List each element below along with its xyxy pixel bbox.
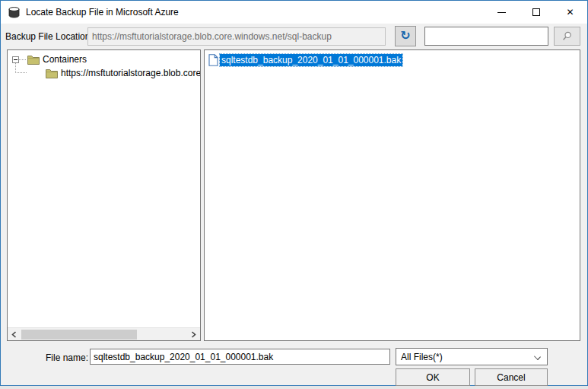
- screen: Locate Backup File in Microsoft Azure ✕ …: [0, 0, 588, 389]
- window-controls: ✕: [485, 1, 587, 24]
- collapse-icon[interactable]: [12, 56, 19, 63]
- minimize-button[interactable]: [485, 1, 519, 24]
- dialog-window: Locate Backup File in Microsoft Azure ✕ …: [0, 0, 588, 386]
- tree-node-label: https://msftutorialstorage.blob.core.win…: [61, 68, 201, 78]
- tree-node-label: Containers: [43, 54, 87, 65]
- location-toolbar: Backup File Location ↻: [1, 24, 587, 49]
- maximize-button[interactable]: [519, 1, 553, 24]
- chevron-right-icon: [191, 331, 196, 338]
- chevron-left-icon: [11, 331, 17, 338]
- folder-icon: [27, 55, 40, 65]
- search-input[interactable]: [424, 27, 548, 46]
- cancel-button[interactable]: Cancel: [475, 368, 548, 386]
- tree-node-storage-url[interactable]: https://msftutorialstorage.blob.core.win…: [44, 68, 201, 78]
- file-list-item[interactable]: sqltestdb_backup_2020_01_01_000001.bak: [208, 54, 402, 66]
- tree-dots: [19, 59, 26, 60]
- scroll-right-button[interactable]: [187, 328, 200, 341]
- scroll-left-button[interactable]: [8, 328, 21, 341]
- database-icon: [8, 6, 21, 19]
- file-type-value: All Files(*): [401, 352, 443, 362]
- maximize-icon: [532, 8, 540, 16]
- scrollbar-thumb[interactable]: [21, 330, 137, 340]
- background-window-strip: [0, 386, 588, 389]
- ok-button[interactable]: OK: [396, 368, 470, 386]
- minimize-icon: [497, 12, 506, 13]
- containers-tree-panel: Containers https://msftutorialstorage.bl…: [7, 49, 201, 341]
- folder-icon: [46, 69, 58, 78]
- refresh-icon: ↻: [400, 30, 410, 42]
- file-list-panel: sqltestdb_backup_2020_01_01_000001.bak: [204, 49, 580, 341]
- backup-location-field[interactable]: [87, 27, 386, 46]
- window-title: Locate Backup File in Microsoft Azure: [26, 7, 179, 18]
- refresh-button[interactable]: ↻: [395, 26, 416, 46]
- file-icon: [208, 54, 218, 66]
- close-button[interactable]: ✕: [553, 1, 587, 24]
- search-button[interactable]: [554, 27, 580, 46]
- tree-node-containers[interactable]: Containers: [12, 54, 87, 65]
- file-name-label: File name:: [46, 352, 88, 363]
- horizontal-scrollbar[interactable]: [8, 327, 200, 340]
- file-type-dropdown[interactable]: All Files(*): [396, 348, 548, 365]
- title-bar[interactable]: Locate Backup File in Microsoft Azure ✕: [1, 1, 587, 24]
- selected-file-name: sqltestdb_backup_2020_01_01_000001.bak: [220, 54, 402, 66]
- search-icon: [562, 31, 572, 41]
- backup-location-label: Backup File Location: [5, 31, 90, 42]
- chevron-down-icon: [534, 353, 541, 360]
- close-icon: ✕: [566, 8, 574, 17]
- file-name-input[interactable]: [90, 349, 390, 365]
